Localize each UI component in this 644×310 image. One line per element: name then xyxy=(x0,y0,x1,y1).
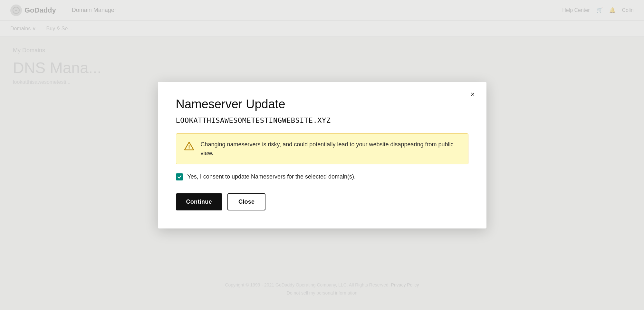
modal-title: Nameserver Update xyxy=(176,97,468,111)
warning-box: Changing nameservers is risky, and could… xyxy=(176,133,468,164)
close-button[interactable]: Close xyxy=(227,193,266,210)
modal-close-button[interactable]: × xyxy=(468,90,477,99)
continue-button[interactable]: Continue xyxy=(176,193,222,210)
modal-actions: Continue Close xyxy=(176,193,468,210)
warning-triangle-icon xyxy=(184,141,194,153)
consent-row[interactable]: Yes, I consent to update Nameservers for… xyxy=(176,173,468,180)
modal-domain-name: LOOKATTHISAWESOMETESTINGWEBSITE.XYZ xyxy=(176,116,468,124)
warning-text: Changing nameservers is risky, and could… xyxy=(201,140,460,158)
consent-checkbox[interactable] xyxy=(176,173,183,180)
svg-point-2 xyxy=(188,148,189,149)
modal-overlay: × Nameserver Update LOOKATTHISAWESOMETES… xyxy=(0,0,644,310)
nameserver-update-modal: × Nameserver Update LOOKATTHISAWESOMETES… xyxy=(158,82,486,228)
consent-label: Yes, I consent to update Nameservers for… xyxy=(187,173,356,180)
